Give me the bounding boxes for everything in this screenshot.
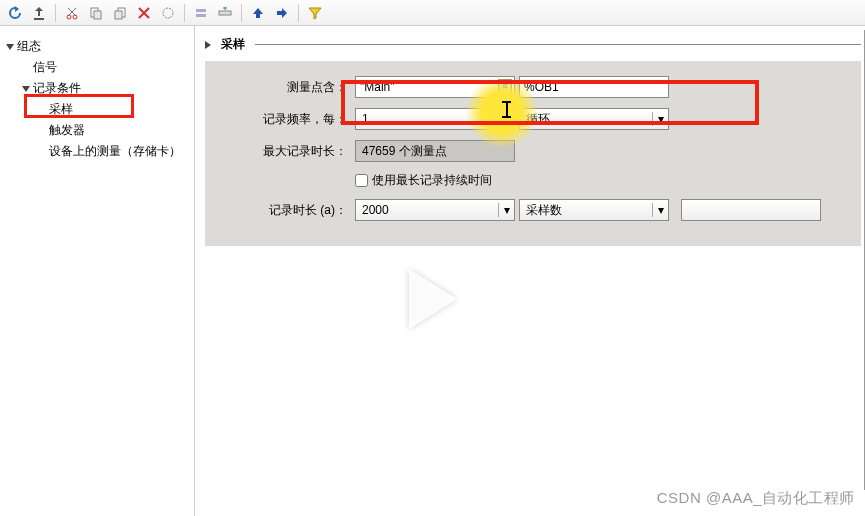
- filter-icon[interactable]: [304, 3, 326, 23]
- row-measure-point: 测量点含： ≡: [225, 76, 841, 98]
- maxlen-value: 47659 个测量点: [355, 140, 515, 162]
- picker-icon[interactable]: ≡: [498, 79, 512, 93]
- duration-value-combo[interactable]: 2000▾: [355, 199, 515, 221]
- separator: [298, 4, 299, 22]
- block-input[interactable]: [519, 76, 669, 98]
- tree-label: 触发器: [49, 122, 85, 139]
- refresh-icon[interactable]: [4, 3, 26, 23]
- separator: [55, 4, 56, 22]
- copy-left-icon[interactable]: [85, 3, 107, 23]
- svg-rect-9: [219, 11, 231, 15]
- export-icon[interactable]: [28, 3, 50, 23]
- tree-item-sampling[interactable]: 采样: [0, 99, 194, 120]
- chevron-down-icon: ▾: [652, 112, 666, 126]
- up-arrow-icon[interactable]: [247, 3, 269, 23]
- insert-row-icon[interactable]: [214, 3, 236, 23]
- delete-icon[interactable]: [133, 3, 155, 23]
- freq-value: 1: [362, 112, 369, 126]
- form-panel: 测量点含： ≡ 记录频率，每： 1▾ 循环▾ 最大记录时长：: [205, 61, 861, 246]
- maxlen-label: 最大记录时长：: [225, 143, 355, 160]
- sidebar: 组态 信号 记录条件 采样 触发器 设备上的测量（存储卡）: [0, 26, 195, 516]
- row-duration: 记录时长 (a)： 2000▾ 采样数▾: [225, 199, 841, 221]
- chevron-down-icon: ▾: [498, 203, 512, 217]
- freq-value-combo[interactable]: 1▾: [355, 108, 515, 130]
- row-max-length: 最大记录时长： 47659 个测量点: [225, 140, 841, 162]
- freq-unit: 循环: [526, 111, 550, 128]
- watermark: CSDN @AAA_自动化工程师: [657, 489, 855, 508]
- tree-item-signal[interactable]: 信号: [0, 57, 194, 78]
- cut-icon[interactable]: [61, 3, 83, 23]
- row-frequency: 记录频率，每： 1▾ 循环▾: [225, 108, 841, 130]
- tree-item-record-cond[interactable]: 记录条件: [0, 78, 194, 99]
- tree-label: 采样: [49, 101, 73, 118]
- duration-unit: 采样数: [526, 202, 562, 219]
- tree-label: 信号: [33, 59, 57, 76]
- svg-rect-7: [196, 9, 206, 12]
- duration-unit-combo[interactable]: 采样数▾: [519, 199, 669, 221]
- chevron-down-icon: ▾: [498, 112, 512, 126]
- svg-rect-5: [115, 11, 122, 19]
- tree-label: 组态: [17, 38, 41, 55]
- chevron-down-icon: ▾: [652, 203, 666, 217]
- extra-combo[interactable]: [681, 199, 821, 221]
- collapse-icon[interactable]: [190, 3, 212, 23]
- section-title: 采样: [221, 36, 245, 53]
- duration-label: 记录时长 (a)：: [225, 202, 355, 219]
- toolbar: [0, 0, 865, 26]
- freq-unit-combo[interactable]: 循环▾: [519, 108, 669, 130]
- copy-right-icon[interactable]: [109, 3, 131, 23]
- content-area: 采样 测量点含： ≡ 记录频率，每： 1▾ 循环▾: [195, 26, 865, 516]
- duration-value: 2000: [362, 203, 389, 217]
- tree-item-device-measure[interactable]: 设备上的测量（存储卡）: [0, 141, 194, 162]
- separator: [241, 4, 242, 22]
- tree-item-config[interactable]: 组态: [0, 36, 194, 57]
- use-max-label: 使用最长记录持续时间: [372, 172, 492, 189]
- divider: [255, 44, 861, 45]
- right-arrow-icon[interactable]: [271, 3, 293, 23]
- circle-icon[interactable]: [157, 3, 179, 23]
- tree-label: 设备上的测量（存储卡）: [49, 143, 181, 160]
- svg-point-6: [163, 8, 173, 18]
- freq-label: 记录频率，每：: [225, 111, 355, 128]
- chevron-down-icon: [22, 86, 30, 92]
- main-container: 组态 信号 记录条件 采样 触发器 设备上的测量（存储卡） 采样 测量点含： ≡…: [0, 26, 865, 516]
- use-max-checkbox[interactable]: [355, 174, 368, 187]
- svg-rect-8: [196, 14, 206, 17]
- separator: [184, 4, 185, 22]
- measure-label: 测量点含：: [225, 79, 355, 96]
- row-use-max: 使用最长记录持续时间: [225, 172, 841, 189]
- svg-rect-3: [94, 11, 101, 19]
- use-max-checkbox-wrap[interactable]: 使用最长记录持续时间: [355, 172, 492, 189]
- chevron-right-icon: [205, 41, 211, 49]
- chevron-down-icon: [6, 44, 14, 50]
- measure-input[interactable]: [355, 76, 515, 98]
- tree-item-trigger[interactable]: 触发器: [0, 120, 194, 141]
- tree-label: 记录条件: [33, 80, 81, 97]
- section-header[interactable]: 采样: [205, 36, 865, 53]
